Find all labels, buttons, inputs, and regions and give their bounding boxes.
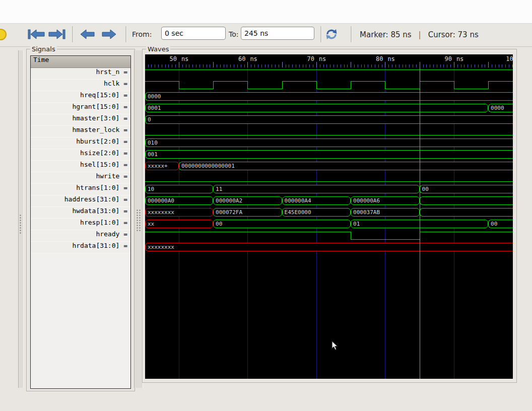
- bit-edge-hclk: [282, 81, 283, 89]
- timeline-minor-tick: [388, 64, 389, 67]
- timeline-minor-tick: [210, 64, 210, 67]
- timeline-minor-tick: [413, 64, 413, 67]
- bus-segment-hsel[15:0]: 0000000000000001: [179, 162, 513, 170]
- to-label: To:: [229, 30, 238, 38]
- timeline-tick-unit: ns: [250, 55, 257, 62]
- signals-frame-title: Signals: [30, 45, 57, 53]
- zoom-to-start-button[interactable]: [27, 28, 45, 40]
- signal-label[interactable]: htrans[1:0] =: [31, 184, 130, 195]
- timeline-minor-tick: [186, 64, 186, 67]
- timeline-minor-tick: [375, 64, 375, 67]
- timeline-minor-tick: [189, 64, 189, 67]
- timeline-minor-tick: [454, 62, 454, 67]
- timeline-minor-tick: [334, 64, 334, 67]
- timeline-minor-tick: [505, 64, 506, 67]
- shift-right-button[interactable]: [100, 28, 118, 40]
- bus-segment-haddress[31:0]: [420, 196, 513, 205]
- from-input[interactable]: [161, 27, 226, 40]
- bit-edge-hclk: [351, 81, 351, 89]
- bus-segment-hwdata[31:0]: [420, 208, 513, 217]
- bus-segment-htrans[1:0]: 10: [145, 185, 213, 193]
- signal-label[interactable]: hwrite =: [31, 172, 130, 184]
- timeline-tick-number: 90: [422, 55, 452, 62]
- timeline-minor-tick: [196, 64, 196, 67]
- signal-label[interactable]: hrst_n =: [31, 68, 130, 80]
- timeline-minor-tick: [241, 64, 241, 67]
- timeline-minor-tick: [265, 64, 265, 67]
- timeline-minor-tick: [286, 64, 286, 67]
- bit-trace-hclk: [420, 81, 454, 82]
- timeline-minor-tick: [168, 64, 169, 67]
- timeline-minor-tick: [385, 62, 385, 67]
- timeline-minor-tick: [457, 64, 458, 67]
- reload-button[interactable]: [323, 27, 340, 41]
- bus-segment-haddress[31:0]: 000000A6: [351, 196, 420, 205]
- timeline-minor-tick: [409, 64, 410, 67]
- timeline-minor-tick: [179, 62, 179, 67]
- timeline-minor-tick: [155, 64, 155, 67]
- signal-label[interactable]: hsel[15:0] =: [31, 161, 130, 172]
- signal-label[interactable]: hsize[2:0] =: [31, 149, 130, 161]
- timeline-minor-tick: [234, 64, 234, 67]
- signal-label[interactable]: hclk =: [31, 80, 130, 91]
- to-input[interactable]: [241, 27, 314, 40]
- timeline-minor-tick: [361, 64, 362, 67]
- from-label: From:: [132, 30, 152, 38]
- bit-trace-hclk: [385, 89, 419, 89]
- bit-trace-hmaster_lock: [145, 135, 513, 135]
- timeline-minor-tick: [399, 64, 400, 67]
- bus-segment-hresp[1:0]: 00: [213, 220, 351, 228]
- timeline-tick-unit: ns: [319, 55, 326, 62]
- signal-label[interactable]: hgrant[15:0] =: [31, 103, 130, 114]
- timeline-minor-tick: [488, 62, 489, 67]
- timeline-minor-tick: [148, 64, 149, 67]
- timeline-minor-tick: [213, 62, 214, 67]
- timeline-minor-tick: [478, 64, 479, 67]
- bit-trace-hclk: [282, 81, 316, 82]
- timeline-tick-number: 50: [147, 55, 177, 62]
- shift-left-button[interactable]: [78, 28, 96, 40]
- zoom-to-end-button[interactable]: [48, 28, 66, 40]
- signal-label[interactable]: hburst[2:0] =: [31, 138, 130, 149]
- wave-canvas[interactable]: 50ns60ns70ns80ns90ns100ns000000010000001…: [145, 54, 513, 379]
- timeline-minor-tick: [471, 64, 472, 67]
- bus-segment-hsize[2:0]: 001: [145, 150, 513, 159]
- bus-segment-htrans[1:0]: 00: [420, 185, 513, 193]
- signal-label[interactable]: hresp[1:0] =: [31, 219, 130, 230]
- timeline-minor-tick: [447, 64, 447, 67]
- timeline-minor-tick: [344, 64, 345, 67]
- timeline-minor-tick: [268, 64, 269, 67]
- marker-line[interactable]: [420, 63, 420, 379]
- signal-label[interactable]: hmaster_lock =: [31, 126, 130, 138]
- signal-label[interactable]: hwdata[31:0] =: [31, 207, 130, 219]
- bit-edge-hclk: [385, 81, 385, 89]
- timeline-minor-tick: [430, 64, 430, 67]
- timeline-minor-tick: [395, 64, 396, 67]
- timeline-minor-tick: [382, 64, 382, 67]
- bus-segment-hresp[1:0]: xx: [145, 220, 213, 228]
- signal-label[interactable]: hreq[15:0] =: [31, 91, 130, 103]
- bit-edge-hclk: [247, 81, 248, 89]
- timeline-minor-tick: [406, 64, 406, 67]
- bus-segment-hwdata[31:0]: 000072FA: [213, 208, 282, 217]
- timeline-minor-tick: [254, 64, 255, 67]
- marker-cursor-status: Marker: 85 ns | Cursor: 73 ns: [360, 23, 479, 46]
- timeline-minor-tick: [351, 62, 351, 67]
- timeline-minor-tick: [162, 64, 162, 67]
- signals-time-header[interactable]: Time: [31, 56, 130, 68]
- timeline-tick-number: 100: [487, 55, 513, 62]
- signal-label[interactable]: hready =: [31, 230, 130, 242]
- timeline-minor-tick: [416, 64, 417, 67]
- bus-segment-htrans[1:0]: 11: [213, 185, 420, 193]
- timeline-minor-tick: [403, 64, 403, 67]
- timeline-minor-tick: [337, 64, 338, 67]
- signal-label[interactable]: hmaster[3:0] =: [31, 114, 130, 126]
- timeline-minor-tick: [220, 64, 221, 67]
- signal-label[interactable]: hrdata[31:0] =: [31, 242, 130, 253]
- left-splitter-handle[interactable]: [18, 50, 24, 388]
- timeline-tick-number: 80: [353, 55, 383, 62]
- gtkwave-window: From: To: Marker: 85 ns | Cursor: 73 ns …: [0, 0, 532, 411]
- timeline-minor-tick: [443, 64, 444, 67]
- signal-label[interactable]: haddress[31:0] =: [31, 195, 130, 207]
- timeline-tick-number: 70: [284, 55, 314, 62]
